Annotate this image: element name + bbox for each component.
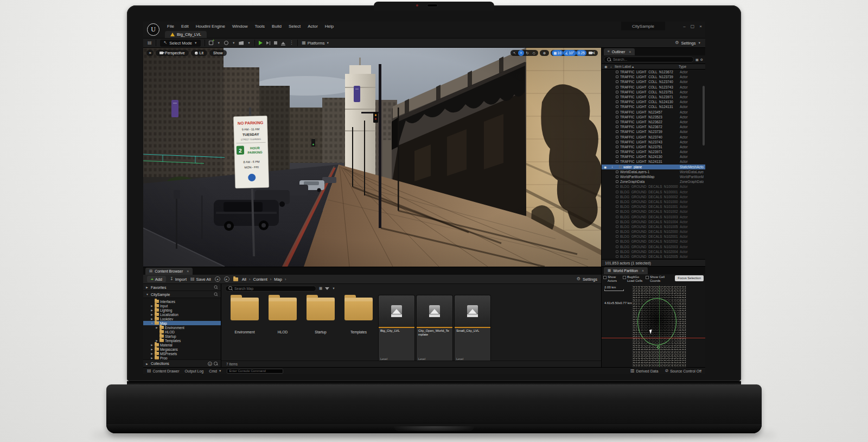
outliner-search-input[interactable]: [613, 58, 691, 61]
pin-icon[interactable]: ↓: [611, 165, 617, 168]
tree-item-map[interactable]: ▼Map: [143, 321, 221, 325]
close-icon[interactable]: ×: [629, 50, 631, 54]
outliner-row[interactable]: TRAFFIC_LIGHT_N123523Actor: [602, 115, 705, 119]
search-icon[interactable]: [214, 286, 218, 289]
add-collection-icon[interactable]: +: [208, 362, 212, 366]
outliner-row[interactable]: TRAFFIC_LIGHT_N124130Actor: [602, 154, 705, 159]
outliner-row[interactable]: TRAFFIC_LIGHT_COLL_N123672Actor: [602, 70, 705, 74]
eye-icon[interactable]: ◉: [604, 165, 610, 169]
outliner-row[interactable]: BLDG_GROUND_DECALS_N101002 (UrActor: [602, 209, 705, 214]
outliner-row[interactable]: BLDG_GROUND_DECALS_N101003 (UrActor: [602, 214, 705, 219]
outliner-row[interactable]: BLDG_GROUND_DECALS_N101000 (UrActor: [602, 199, 705, 204]
perspective-dropdown[interactable]: Perspective: [156, 50, 189, 56]
minimize-button[interactable]: –: [683, 24, 685, 29]
outliner-row[interactable]: ZoneGraphDataZoneGraphData: [602, 179, 705, 184]
play-options-kebab-icon[interactable]: ⋮: [289, 41, 293, 45]
tree-item-hlod[interactable]: HLOD: [143, 330, 221, 334]
outliner-row[interactable]: BLDG_GROUND_DECALS_N102002 (UrActor: [602, 239, 705, 244]
menu-item-build[interactable]: Build: [272, 24, 282, 29]
show-cell-coords-checkbox[interactable]: Show Cell Coords: [646, 275, 665, 282]
scale-tool-icon[interactable]: ◇: [531, 50, 537, 56]
outliner-row[interactable]: TRAFFIC_LIGHT_N123751Actor: [602, 144, 705, 149]
outliner-row[interactable]: ◉↓water_planeStaticMeshActor: [602, 165, 705, 169]
outliner-search[interactable]: [604, 56, 694, 62]
camera-speed-control[interactable]: 4: [586, 50, 597, 56]
outliner-row[interactable]: TRAFFIC_LIGHT_COLL_N123743Actor: [602, 85, 705, 90]
gear-icon[interactable]: ⚙: [700, 58, 703, 61]
outliner-row[interactable]: TRAFFIC_LIGHT_COLL_N123971Actor: [602, 94, 705, 99]
menu-item-file[interactable]: File: [167, 24, 174, 29]
focus-selection-button[interactable]: Focus Selection: [675, 275, 704, 281]
eye-column-icon[interactable]: ◉: [604, 65, 608, 69]
blueprints-icon[interactable]: [224, 41, 228, 45]
save-icon[interactable]: ▤: [148, 41, 152, 45]
outliner-row[interactable]: TRAFFIC_LIGHT_N123743Actor: [602, 140, 705, 144]
grid-snap-toggle[interactable]: ▦10: [552, 50, 563, 56]
outliner-row[interactable]: TRAFFIC_LIGHT_N123739Actor: [602, 129, 705, 134]
expand-arrow-icon[interactable]: ▶: [150, 313, 154, 316]
expand-arrow-icon[interactable]: ▶: [155, 339, 158, 342]
console-command-input[interactable]: [229, 369, 281, 372]
stop-button[interactable]: [274, 41, 277, 45]
content-browser-tab[interactable]: ▤ Content Browser ×: [145, 268, 193, 275]
expand-arrow-icon[interactable]: ▶: [155, 326, 158, 329]
select-tool-icon[interactable]: ↖: [512, 50, 518, 56]
unreal-logo-icon[interactable]: U: [147, 23, 159, 36]
outliner-row[interactable]: BLDG_GROUND_DECALS_N102003 (UrActor: [602, 244, 705, 249]
expand-arrow-icon[interactable]: ▶: [150, 318, 154, 320]
outliner-row[interactable]: TRAFFIC_LIGHT_COLL_N124131Actor: [602, 104, 705, 109]
outliner-scrollbar[interactable]: [703, 86, 705, 146]
outliner-row[interactable]: BLDG_GROUND_DECALS_N102004 (UrActor: [602, 249, 705, 254]
menu-item-edit[interactable]: Edit: [181, 24, 189, 29]
menu-item-window[interactable]: Window: [232, 24, 247, 29]
outliner-row[interactable]: TRAFFIC_LIGHT_N123740Actor: [602, 134, 705, 139]
outliner-row[interactable]: BLDG_GROUND_DECALS_N100002 (UrActor: [602, 194, 705, 199]
close-button[interactable]: ×: [699, 24, 702, 29]
move-tool-icon[interactable]: +: [518, 50, 524, 56]
search-icon[interactable]: [214, 293, 218, 296]
type-column[interactable]: Type: [679, 65, 703, 68]
outliner-row[interactable]: BLDG_GROUND_DECALS_N100001 (UrActor: [602, 190, 705, 194]
collections-section[interactable]: ▶ Collections +: [143, 359, 221, 367]
folder-tile[interactable]: Templates: [341, 295, 376, 334]
breadcrumb-item[interactable]: Map: [274, 277, 282, 282]
asset-card[interactable]: Small_City_LVLLevel: [455, 295, 490, 361]
outliner-row[interactable]: TRAFFIC_LIGHT_COLL_N123751Actor: [602, 90, 705, 94]
platforms-dropdown[interactable]: ▦ Platforms ▼: [302, 41, 329, 46]
breadcrumb-item[interactable]: Content: [253, 277, 267, 282]
cinematics-icon[interactable]: [239, 41, 244, 45]
outliner-row[interactable]: BLDG_GROUND_DECALS_N100000 (UrActor: [602, 184, 705, 189]
outliner-row[interactable]: BLDG_GROUND_DECALS_N102000 (UrActor: [602, 229, 705, 234]
back-button[interactable]: ◂: [215, 276, 220, 282]
lit-dropdown[interactable]: Lit: [191, 50, 207, 56]
show-actors-checkbox[interactable]: Show Actors: [603, 275, 621, 282]
tree-item-environment[interactable]: ▶Environment: [143, 325, 221, 330]
expand-arrow-icon[interactable]: ▶: [150, 348, 154, 351]
save-all-button[interactable]: ▤ Save All: [190, 277, 211, 282]
import-button[interactable]: ↧ Import: [170, 277, 187, 282]
outliner-row[interactable]: BLDG_GROUND_DECALS_N101005 (UrActor: [602, 224, 705, 229]
pin-column-icon[interactable]: ↓: [610, 65, 612, 68]
console-command-box[interactable]: [227, 369, 283, 374]
outliner-row[interactable]: TRAFFIC_LIGHT_N123971Actor: [602, 149, 705, 154]
level-tab[interactable]: Big_City_LVL: [165, 31, 207, 38]
add-actor-icon[interactable]: [209, 41, 213, 45]
close-icon[interactable]: ×: [642, 269, 644, 273]
close-icon[interactable]: ×: [187, 269, 189, 273]
frame-skip-button[interactable]: [266, 41, 271, 45]
outliner-row[interactable]: TRAFFIC_LIGHT_N123672Actor: [602, 124, 705, 129]
outliner-row[interactable]: BLDG_GROUND_DECALS_N102001 (UrActor: [602, 234, 705, 239]
coord-space-toggle[interactable]: ⊕: [540, 50, 548, 56]
outliner-row[interactable]: TRAFFIC_LIGHT_COLL_N123740Actor: [602, 79, 705, 84]
scale-snap-toggle[interactable]: 0.25: [576, 50, 587, 56]
forward-button[interactable]: ▸: [224, 276, 229, 282]
outliner-tab[interactable]: ≡ Outliner ×: [604, 48, 635, 55]
filter-icon[interactable]: ▦: [319, 287, 322, 291]
eject-button[interactable]: [281, 42, 285, 45]
menu-item-tools[interactable]: Tools: [254, 24, 265, 29]
world-partition-tab[interactable]: ▦ World Partition ×: [604, 267, 648, 274]
viewport-menu-button[interactable]: ≡: [146, 50, 154, 56]
outliner-row[interactable]: TRAFFIC_LIGHT_COLL_N123739Actor: [602, 74, 705, 79]
expand-arrow-icon[interactable]: ▶: [150, 357, 154, 359]
show-dropdown[interactable]: Show: [209, 50, 227, 56]
